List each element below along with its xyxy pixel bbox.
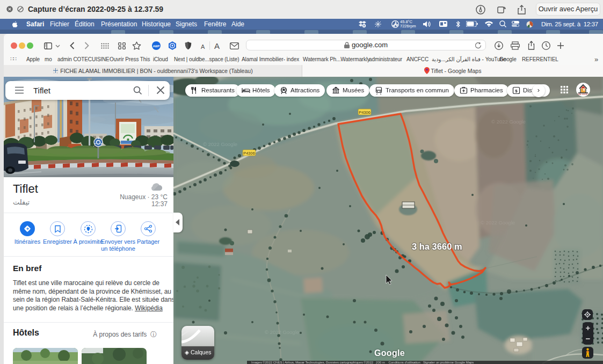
svg-text:$: $ — [515, 89, 518, 93]
svg-text:© 2022 Google: © 2022 Google — [491, 119, 526, 125]
svg-text:ABP: ABP — [153, 45, 160, 48]
svg-text:P4306: P4306 — [243, 151, 255, 156]
svg-text:© 2022 Google: © 2022 Google — [203, 141, 237, 147]
svg-text:3 ha 3660 m: 3 ha 3660 m — [412, 242, 462, 251]
svg-text:M: M — [335, 87, 337, 90]
svg-text:© 2022 Google: © 2022 Google — [265, 329, 299, 335]
svg-text:P4306: P4306 — [359, 110, 370, 115]
svg-text:© 2022 Google: © 2022 Google — [481, 220, 515, 225]
